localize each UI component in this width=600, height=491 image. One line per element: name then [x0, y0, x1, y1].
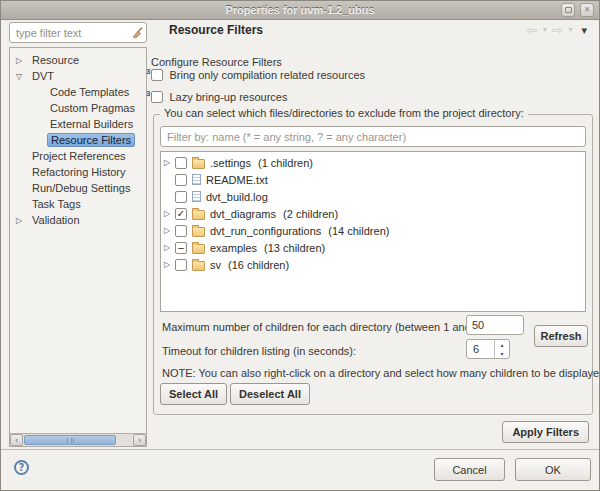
tree-item-count: (16 children): [228, 259, 289, 271]
folder-icon: [192, 227, 205, 237]
tree-row-checkbox[interactable]: [175, 174, 187, 186]
bring-only-compilation-checkbox[interactable]: [151, 69, 163, 81]
tree-item-name: dvt_run_configurations: [210, 225, 321, 237]
expander-icon[interactable]: ▷: [164, 243, 175, 252]
decorator-badge: 3: [146, 67, 150, 76]
deselect-all-button[interactable]: Deselect All: [230, 383, 310, 405]
sidebar-item-external-builders[interactable]: External Builders: [10, 116, 146, 132]
max-children-field: [466, 315, 524, 335]
sidebar-item-resource[interactable]: ▷ Resource: [10, 52, 146, 68]
apply-filters-button[interactable]: Apply Filters: [502, 421, 589, 443]
sidebar-item-label: Custom Pragmas: [47, 101, 138, 115]
scrollbar-thumb[interactable]: [24, 435, 116, 445]
sidebar-item-project-references[interactable]: Project References: [10, 148, 146, 164]
tree-row-checkbox[interactable]: [175, 259, 187, 271]
lazy-bring-up-row: 3 Lazy bring-up resources: [146, 91, 287, 103]
nav-cluster: ⇦ ▾ ⇨ ▾ ▾: [526, 23, 587, 37]
expander-icon[interactable]: ▷: [16, 216, 29, 225]
tree-row-settings[interactable]: ▷ .settings (1 children): [161, 154, 585, 171]
timeout-spinner[interactable]: 6 ▴ ▾: [466, 339, 510, 359]
sidebar-item-label: Refactoring History: [29, 165, 129, 179]
sidebar-item-resource-filters[interactable]: Resource Filters: [10, 132, 146, 148]
tree-row-readme-txt[interactable]: README.txt: [161, 171, 585, 188]
tree-row-checkbox[interactable]: [175, 157, 187, 169]
back-menu-chevron-icon[interactable]: ▾: [543, 26, 547, 34]
clear-filter-icon[interactable]: [130, 26, 143, 39]
sidebar-horizontal-scrollbar[interactable]: ‹ ›: [10, 433, 146, 446]
folder-icon: [192, 261, 205, 271]
sidebar-item-run-debug-settings[interactable]: Run/Debug Settings: [10, 180, 146, 196]
timeout-value: 6: [467, 340, 494, 358]
sidebar-filter: [9, 22, 147, 43]
window-title: Properties for uvm-1.2_ubus: [225, 4, 374, 16]
sidebar-item-label: Run/Debug Settings: [29, 181, 133, 195]
close-button[interactable]: ✕: [580, 3, 594, 17]
view-menu-icon[interactable]: ▾: [581, 25, 587, 36]
tree-item-count: (2 children): [283, 208, 338, 220]
tree-row-dvt-run-configurations[interactable]: ▷ dvt_run_configurations (14 children): [161, 222, 585, 239]
sidebar-filter-input[interactable]: [9, 22, 147, 43]
tree-row-checkbox[interactable]: ✓: [175, 208, 187, 220]
tree-filter: [160, 126, 586, 147]
forward-menu-chevron-icon[interactable]: ▾: [568, 26, 572, 34]
tree-row-checkbox[interactable]: –: [175, 242, 187, 254]
tree-row-dvt-diagrams[interactable]: ▷ ✓ dvt_diagrams (2 children): [161, 205, 585, 222]
refresh-button[interactable]: Refresh: [534, 325, 588, 347]
expander-icon[interactable]: ▷: [164, 209, 175, 218]
help-button[interactable]: ?: [14, 460, 29, 475]
restore-button[interactable]: [561, 3, 575, 17]
sidebar-item-label: External Builders: [47, 117, 136, 131]
tree-row-checkbox[interactable]: [175, 225, 187, 237]
expander-icon[interactable]: ▽: [16, 72, 29, 81]
tree-item-name: examples: [210, 242, 257, 254]
scroll-left-button[interactable]: ‹: [10, 434, 23, 446]
tree-row-dvt-build-log[interactable]: dvt_build.log: [161, 188, 585, 205]
tree-item-name: .settings: [210, 157, 251, 169]
expander-icon[interactable]: ▷: [16, 56, 29, 65]
section-label: Configure Resource Filters: [151, 56, 282, 68]
checkbox-label: Bring only compilation related resources: [169, 69, 365, 81]
sidebar-item-dvt[interactable]: ▽ DVT: [10, 68, 146, 84]
tree-item-count: (14 children): [328, 225, 389, 237]
sidebar-item-label: Code Templates: [47, 85, 132, 99]
file-icon: [192, 191, 201, 202]
decorator-badge: 3: [146, 89, 150, 98]
expander-icon[interactable]: ▷: [164, 260, 175, 269]
properties-dialog: Properties for uvm-1.2_ubus ✕ ▷ Resource…: [0, 0, 600, 491]
expander-icon[interactable]: ▷: [164, 158, 175, 167]
sidebar-item-label: Resource: [29, 53, 82, 67]
tree-item-count: (13 children): [264, 242, 325, 254]
tree-row-examples[interactable]: ▷ – examples (13 children): [161, 239, 585, 256]
tree-item-name: dvt_diagrams: [210, 208, 276, 220]
tree-item-name: sv: [210, 259, 221, 271]
file-icon: [192, 174, 201, 185]
spin-down-icon[interactable]: ▾: [495, 349, 509, 358]
exclude-group: You can select which files/directories t…: [153, 114, 593, 415]
ok-button[interactable]: OK: [515, 458, 591, 481]
forward-icon[interactable]: ⇨: [552, 23, 564, 37]
footer-separator: [1, 449, 599, 450]
tree-row-sv[interactable]: ▷ sv (16 children): [161, 256, 585, 273]
folder-icon: [192, 244, 205, 254]
tree-item-name: README.txt: [206, 174, 268, 186]
sidebar-item-validation[interactable]: ▷ Validation: [10, 212, 146, 228]
max-children-input[interactable]: [466, 315, 524, 335]
grip-icon: [67, 438, 74, 443]
expander-icon[interactable]: ▷: [164, 226, 175, 235]
sidebar-item-task-tags[interactable]: Task Tags: [10, 196, 146, 212]
tree-filter-input[interactable]: [160, 126, 586, 147]
sidebar-item-label: Project References: [29, 149, 129, 163]
tree-row-checkbox[interactable]: [175, 191, 187, 203]
spin-up-icon[interactable]: ▴: [495, 340, 509, 349]
scroll-right-button[interactable]: ›: [133, 434, 146, 446]
back-icon[interactable]: ⇦: [526, 23, 538, 37]
sidebar-item-code-templates[interactable]: Code Templates: [10, 84, 146, 100]
sidebar-item-custom-pragmas[interactable]: Custom Pragmas: [10, 100, 146, 116]
titlebar: Properties for uvm-1.2_ubus ✕: [1, 1, 599, 20]
sidebar-item-refactoring-history[interactable]: Refactoring History: [10, 164, 146, 180]
cancel-button[interactable]: Cancel: [434, 458, 505, 481]
select-all-button[interactable]: Select All: [160, 383, 227, 405]
sidebar-item-label: Task Tags: [29, 197, 84, 211]
lazy-bring-up-checkbox[interactable]: [151, 91, 163, 103]
spinner-buttons: ▴ ▾: [494, 340, 509, 358]
